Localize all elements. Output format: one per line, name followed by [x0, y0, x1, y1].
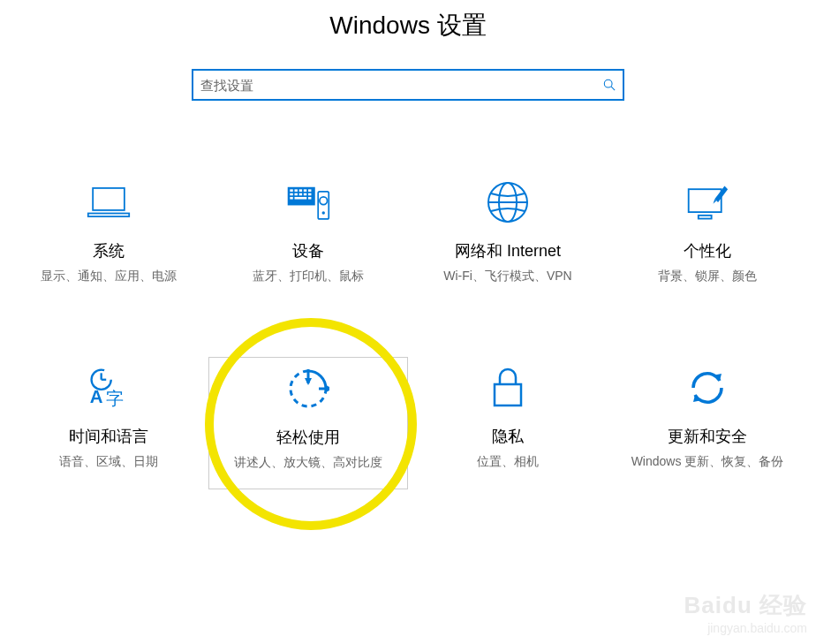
- svg-point-20: [322, 211, 325, 214]
- tile-time-language[interactable]: A 字 时间和语言 语音、区域、日期: [9, 357, 208, 489]
- tile-desc: 显示、通知、应用、电源: [41, 267, 177, 285]
- watermark-logo: Baidu 经验: [684, 590, 807, 621]
- tile-desc: Windows 更新、恢复、备份: [631, 452, 784, 471]
- tile-title: 个性化: [684, 240, 731, 261]
- tile-desc: 背景、锁屏、颜色: [658, 267, 757, 285]
- svg-rect-5: [290, 189, 292, 192]
- svg-rect-16: [294, 197, 306, 200]
- svg-line-1: [611, 87, 615, 90]
- watermark: Baidu 经验 jingyan.baidu.com: [684, 590, 807, 635]
- svg-rect-6: [294, 189, 297, 192]
- svg-rect-14: [308, 193, 311, 196]
- highlight-annotation: [205, 318, 417, 530]
- svg-marker-32: [305, 378, 312, 385]
- svg-rect-25: [699, 216, 712, 219]
- tile-privacy[interactable]: 隐私 位置、相机: [408, 357, 608, 489]
- laptop-icon: [87, 180, 131, 224]
- tile-update-security[interactable]: 更新和安全 Windows 更新、恢复、备份: [608, 357, 807, 489]
- sync-icon: [685, 366, 729, 410]
- svg-rect-13: [304, 193, 306, 196]
- time-language-icon: A 字: [87, 366, 131, 410]
- svg-rect-10: [290, 193, 292, 196]
- tile-title: 网络和 Internet: [455, 240, 561, 261]
- svg-rect-15: [290, 197, 292, 200]
- svg-rect-2: [93, 188, 125, 210]
- page-title: Windows 设置: [0, 9, 816, 42]
- svg-marker-34: [326, 385, 329, 392]
- tile-title: 设备: [292, 240, 324, 261]
- ease-of-access-icon: [286, 367, 330, 411]
- svg-text:字: 字: [106, 389, 124, 408]
- tile-devices[interactable]: 设备 蓝牙、打印机、鼠标: [208, 171, 408, 304]
- svg-rect-11: [294, 193, 297, 196]
- tile-desc: 讲述人、放大镜、高对比度: [234, 453, 382, 472]
- svg-point-0: [604, 80, 612, 87]
- tile-desc: 语音、区域、日期: [59, 452, 158, 471]
- globe-icon: [486, 180, 530, 224]
- tile-title: 隐私: [492, 426, 524, 447]
- tile-title: 系统: [93, 240, 125, 261]
- svg-rect-3: [88, 214, 129, 217]
- tile-title: 更新和安全: [668, 426, 747, 447]
- search-icon: [603, 79, 616, 91]
- tile-desc: 位置、相机: [477, 452, 539, 471]
- svg-rect-8: [304, 189, 306, 192]
- svg-point-19: [320, 197, 328, 205]
- tile-desc: Wi-Fi、飞行模式、VPN: [443, 267, 571, 285]
- paint-icon: [685, 180, 729, 224]
- lock-icon: [486, 366, 530, 410]
- svg-rect-12: [299, 193, 302, 196]
- devices-icon: [286, 180, 330, 224]
- watermark-url: jingyan.baidu.com: [684, 621, 807, 635]
- svg-text:A: A: [90, 387, 103, 406]
- search-input[interactable]: [200, 78, 603, 93]
- tile-title: 轻松使用: [276, 427, 340, 448]
- tile-title: 时间和语言: [69, 426, 148, 447]
- svg-rect-17: [308, 197, 311, 200]
- svg-rect-35: [495, 384, 521, 405]
- search-box[interactable]: [192, 69, 624, 101]
- tile-desc: 蓝牙、打印机、鼠标: [253, 267, 364, 285]
- tile-ease-of-access[interactable]: 轻松使用 讲述人、放大镜、高对比度: [208, 357, 408, 489]
- svg-rect-9: [308, 189, 311, 192]
- tile-system[interactable]: 系统 显示、通知、应用、电源: [9, 171, 208, 304]
- tile-personalization[interactable]: 个性化 背景、锁屏、颜色: [608, 171, 807, 304]
- tile-network[interactable]: 网络和 Internet Wi-Fi、飞行模式、VPN: [408, 171, 608, 304]
- svg-rect-7: [299, 189, 302, 192]
